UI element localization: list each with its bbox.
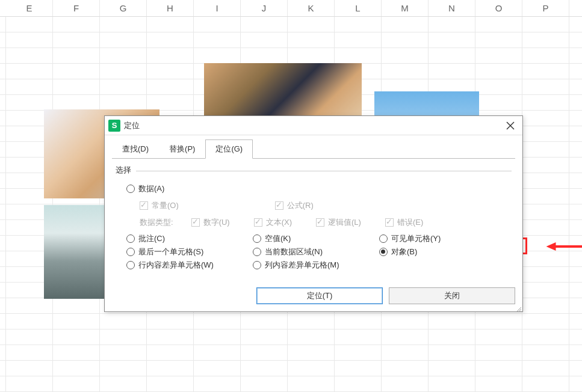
dialog-footer: 定位(T) 关闭 xyxy=(105,281,522,311)
radio-visible-cells[interactable]: 可见单元格(Y) xyxy=(379,233,506,244)
dialog-body: 选择 数据(A) 常量(O) 公式(R) 数据类型: xyxy=(112,158,515,281)
check-error: 错误(E) xyxy=(385,217,423,228)
check-constants: 常量(O) xyxy=(140,200,179,211)
col-header[interactable]: M xyxy=(382,0,429,16)
tabs: 查找(D) 替换(P) 定位(G) xyxy=(105,135,522,158)
tab-goto[interactable]: 定位(G) xyxy=(205,139,253,159)
close-icon xyxy=(506,121,515,130)
radio-blanks[interactable]: 空值(K) xyxy=(253,233,379,244)
col-header[interactable]: G xyxy=(100,0,147,16)
tab-replace[interactable]: 替换(P) xyxy=(159,139,205,159)
radio-objects[interactable]: 对象(B) xyxy=(379,247,506,257)
col-header[interactable]: O xyxy=(475,0,522,16)
locate-button[interactable]: 定位(T) xyxy=(256,287,383,304)
check-logic: 逻辑值(L) xyxy=(316,217,361,228)
embedded-image-4[interactable] xyxy=(44,205,107,299)
col-header[interactable]: F xyxy=(53,0,100,16)
col-header[interactable]: K xyxy=(288,0,335,16)
radio-data[interactable]: 数据(A) xyxy=(126,183,164,194)
check-text: 文本(X) xyxy=(254,217,292,228)
radio-current-region[interactable]: 当前数据区域(N) xyxy=(253,247,379,257)
label-data-type: 数据类型: xyxy=(140,217,173,228)
close-button[interactable] xyxy=(501,117,520,134)
svg-line-4 xyxy=(521,311,521,311)
col-header[interactable]: H xyxy=(147,0,194,16)
resize-grip[interactable] xyxy=(515,304,521,310)
col-header[interactable]: J xyxy=(241,0,288,16)
radio-col-diff[interactable]: 列内容差异单元格(M) xyxy=(253,260,379,271)
col-header[interactable]: L xyxy=(335,0,382,16)
close-dialog-button[interactable]: 关闭 xyxy=(389,287,515,304)
check-formula: 公式(R) xyxy=(275,200,314,211)
check-number: 数字(U) xyxy=(191,217,230,228)
col-header[interactable]: P xyxy=(522,0,569,16)
radio-last-cell[interactable]: 最后一个单元格(S) xyxy=(126,247,253,257)
dialog-title: 定位 xyxy=(124,120,501,131)
radio-comments[interactable]: 批注(C) xyxy=(126,233,253,244)
col-header[interactable]: I xyxy=(194,0,241,16)
tab-find[interactable]: 查找(D) xyxy=(112,139,159,159)
col-header[interactable]: N xyxy=(429,0,475,16)
section-label: 选择 xyxy=(116,165,512,176)
col-header[interactable]: E xyxy=(6,0,53,16)
radio-row-diff[interactable]: 行内容差异单元格(W) xyxy=(126,260,253,271)
dialog-titlebar[interactable]: S 定位 xyxy=(105,116,522,135)
app-icon: S xyxy=(108,120,120,132)
column-headers: E F G H I J K L M N O P xyxy=(0,0,582,17)
goto-dialog: S 定位 查找(D) 替换(P) 定位(G) 选择 数据(A) 常量(O) xyxy=(104,115,523,312)
